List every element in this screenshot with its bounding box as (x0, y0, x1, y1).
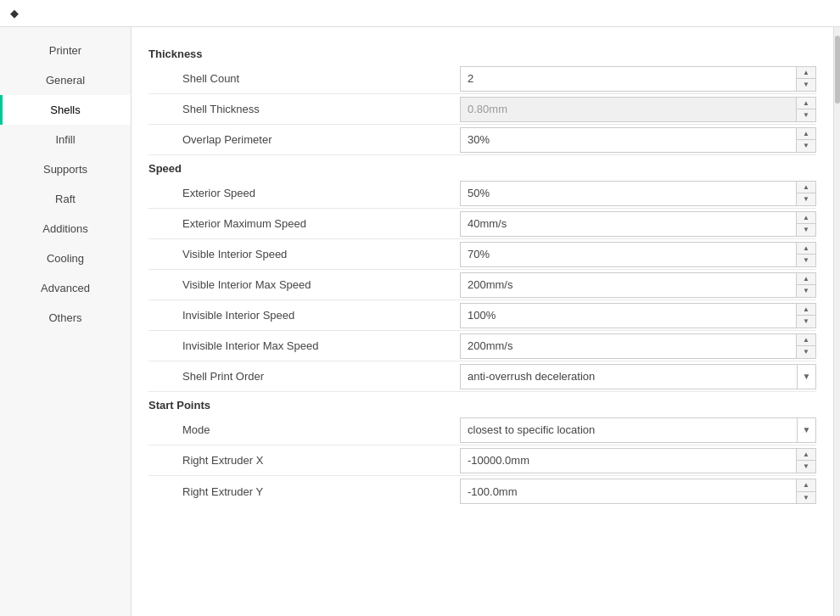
sidebar-item-shells[interactable]: Shells (0, 95, 131, 125)
spinner-up-invisible-interior-max-speed[interactable]: ▲ (797, 334, 815, 347)
spinner-buttons-right-extruder-x: ▲▼ (796, 449, 815, 473)
spinner-buttons-overlap-perimeter: ▲▼ (796, 128, 815, 152)
settings-control-visible-interior-speed: 70%▲▼ (460, 242, 816, 267)
spinner-value-shell-count: 2 (461, 72, 796, 85)
settings-row-invisible-interior-speed: Invisible Interior Speed100%▲▼ (148, 300, 816, 331)
settings-row-exterior-speed: Exterior Speed50%▲▼ (148, 178, 816, 209)
settings-row-overlap-perimeter: Overlap Perimeter30%▲▼ (148, 125, 816, 155)
spinner-up-right-extruder-y[interactable]: ▲ (797, 479, 815, 492)
settings-control-shell-thickness: 0.80mm▲▼ (460, 97, 816, 122)
app-icon: ◆ (10, 7, 24, 20)
spinner-up-shell-count[interactable]: ▲ (797, 67, 815, 80)
settings-label-shell-thickness: Shell Thickness (148, 98, 460, 120)
spinner-down-invisible-interior-speed[interactable]: ▼ (797, 316, 815, 328)
spinner-buttons-invisible-interior-speed: ▲▼ (796, 304, 815, 328)
settings-row-right-extruder-x: Right Extruder X-10000.0mm▲▼ (148, 445, 816, 476)
spinner-down-visible-interior-max-speed[interactable]: ▼ (797, 285, 815, 297)
scrollbar-track[interactable] (833, 27, 840, 616)
settings-label-overlap-perimeter: Overlap Perimeter (148, 128, 460, 151)
settings-label-invisible-interior-max-speed: Invisible Interior Max Speed (148, 334, 460, 357)
settings-control-shell-print-order: anti-overrush deceleration▼ (460, 364, 816, 389)
settings-row-visible-interior-speed: Visible Interior Speed70%▲▼ (148, 239, 816, 270)
spinner-down-exterior-speed[interactable]: ▼ (797, 193, 815, 205)
spinner-up-overlap-perimeter[interactable]: ▲ (797, 128, 815, 141)
section-title-speed: Speed (148, 162, 816, 175)
settings-control-visible-interior-max-speed: 200mm/s▲▼ (460, 272, 816, 298)
spinner-up-shell-thickness[interactable]: ▲ (797, 98, 815, 110)
spinner-down-shell-count[interactable]: ▼ (797, 79, 815, 91)
settings-control-mode: closest to specific location▼ (460, 417, 816, 443)
spinner-right-extruder-x: -10000.0mm▲▼ (460, 448, 816, 473)
settings-control-right-extruder-x: -10000.0mm▲▼ (460, 448, 816, 473)
settings-row-shell-count: Shell Count2▲▼ (148, 64, 816, 94)
spinner-value-exterior-speed: 50% (461, 187, 796, 199)
spinner-up-visible-interior-speed[interactable]: ▲ (797, 243, 815, 255)
settings-row-exterior-maximum-speed: Exterior Maximum Speed40mm/s▲▼ (148, 209, 816, 239)
spinner-down-exterior-maximum-speed[interactable]: ▼ (797, 224, 815, 236)
settings-control-exterior-speed: 50%▲▼ (460, 181, 816, 206)
settings-label-right-extruder-x: Right Extruder X (148, 449, 460, 472)
spinner-overlap-perimeter: 30%▲▼ (460, 127, 816, 153)
spinner-invisible-interior-speed: 100%▲▼ (460, 303, 816, 328)
spinner-down-right-extruder-x[interactable]: ▼ (797, 461, 815, 473)
spinner-shell-count: 2▲▼ (460, 66, 816, 92)
spinner-right-extruder-y: -100.0mm▲▼ (460, 479, 816, 504)
spinner-visible-interior-max-speed: 200mm/s▲▼ (460, 272, 816, 298)
settings-control-overlap-perimeter: 30%▲▼ (460, 127, 816, 153)
sidebar-item-raft[interactable]: Raft (0, 184, 131, 214)
select-arrow-shell-print-order: ▼ (797, 365, 815, 389)
spinner-value-exterior-maximum-speed: 40mm/s (461, 217, 796, 230)
settings-control-invisible-interior-speed: 100%▲▼ (460, 303, 816, 328)
settings-label-right-extruder-y: Right Extruder Y (148, 480, 460, 503)
sidebar-item-additions[interactable]: Additions (0, 214, 131, 244)
spinner-up-visible-interior-max-speed[interactable]: ▲ (797, 273, 815, 286)
content-area: ThicknessShell Count2▲▼Shell Thickness0.… (132, 27, 833, 616)
settings-row-right-extruder-y: Right Extruder Y-100.0mm▲▼ (148, 476, 816, 507)
spinner-down-right-extruder-y[interactable]: ▼ (797, 492, 815, 504)
sidebar-item-infill[interactable]: Infill (0, 125, 131, 154)
scrollbar-thumb[interactable] (835, 36, 840, 104)
settings-row-visible-interior-max-speed: Visible Interior Max Speed200mm/s▲▼ (148, 270, 816, 300)
spinner-buttons-shell-count: ▲▼ (796, 67, 815, 91)
spinner-buttons-invisible-interior-max-speed: ▲▼ (796, 334, 815, 358)
select-value-mode: closest to specific location (461, 423, 797, 436)
spinner-value-shell-thickness: 0.80mm (461, 103, 796, 115)
main-container: PrinterGeneralShellsInfillSupportsRaftAd… (0, 27, 840, 616)
settings-control-exterior-maximum-speed: 40mm/s▲▼ (460, 211, 816, 237)
spinner-value-visible-interior-max-speed: 200mm/s (461, 278, 796, 291)
spinner-up-right-extruder-x[interactable]: ▲ (797, 449, 815, 462)
select-mode[interactable]: closest to specific location▼ (460, 417, 816, 443)
settings-control-invisible-interior-max-speed: 200mm/s▲▼ (460, 333, 816, 359)
sidebar-item-advanced[interactable]: Advanced (0, 273, 131, 303)
spinner-up-exterior-speed[interactable]: ▲ (797, 182, 815, 194)
select-shell-print-order[interactable]: anti-overrush deceleration▼ (460, 364, 816, 389)
sidebar-item-cooling[interactable]: Cooling (0, 244, 131, 273)
spinner-buttons-exterior-speed: ▲▼ (796, 182, 815, 205)
spinner-buttons-visible-interior-max-speed: ▲▼ (796, 273, 815, 297)
sidebar-item-others[interactable]: Others (0, 303, 131, 333)
spinner-value-visible-interior-speed: 70% (461, 248, 796, 260)
spinner-buttons-right-extruder-y: ▲▼ (796, 479, 815, 503)
section-title-thickness: Thickness (148, 48, 816, 60)
select-value-shell-print-order: anti-overrush deceleration (461, 370, 797, 383)
settings-label-mode: Mode (148, 418, 460, 441)
spinner-exterior-maximum-speed: 40mm/s▲▼ (460, 211, 816, 237)
spinner-value-invisible-interior-speed: 100% (461, 309, 796, 322)
settings-label-shell-count: Shell Count (148, 67, 460, 90)
spinner-down-shell-thickness[interactable]: ▼ (797, 109, 815, 121)
settings-label-visible-interior-speed: Visible Interior Speed (148, 243, 460, 266)
spinner-value-invisible-interior-max-speed: 200mm/s (461, 339, 796, 352)
spinner-visible-interior-speed: 70%▲▼ (460, 242, 816, 267)
spinner-up-invisible-interior-speed[interactable]: ▲ (797, 304, 815, 316)
spinner-buttons-exterior-maximum-speed: ▲▼ (796, 212, 815, 236)
settings-row-shell-thickness: Shell Thickness0.80mm▲▼ (148, 94, 816, 125)
sidebar: PrinterGeneralShellsInfillSupportsRaftAd… (0, 27, 132, 616)
sidebar-item-general[interactable]: General (0, 65, 131, 95)
spinner-down-invisible-interior-max-speed[interactable]: ▼ (797, 346, 815, 358)
spinner-down-overlap-perimeter[interactable]: ▼ (797, 140, 815, 152)
spinner-up-exterior-maximum-speed[interactable]: ▲ (797, 212, 815, 225)
sidebar-item-supports[interactable]: Supports (0, 154, 131, 184)
sidebar-item-printer[interactable]: Printer (0, 36, 131, 65)
spinner-down-visible-interior-speed[interactable]: ▼ (797, 255, 815, 266)
settings-label-visible-interior-max-speed: Visible Interior Max Speed (148, 273, 460, 296)
